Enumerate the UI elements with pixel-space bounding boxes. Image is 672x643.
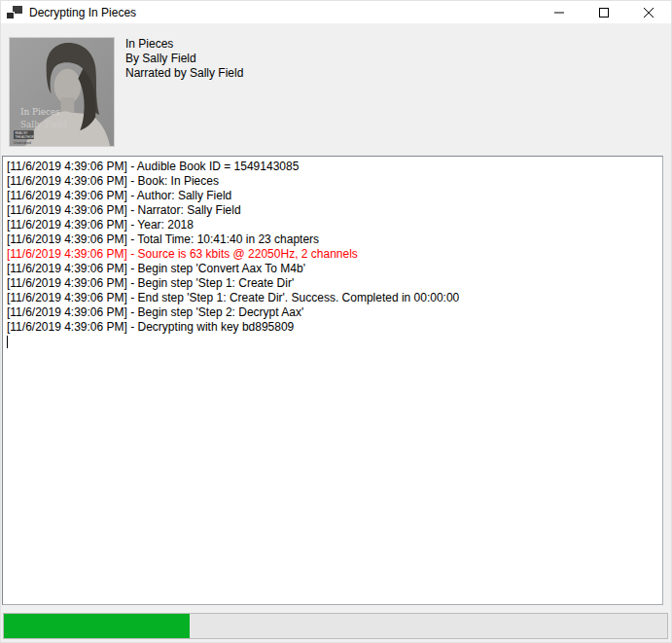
close-icon	[644, 8, 654, 18]
minimize-icon	[554, 8, 564, 18]
book-author: By Sally Field	[125, 52, 243, 66]
text-caret	[7, 336, 8, 348]
app-icon[interactable]	[7, 5, 22, 19]
log-line: [11/6/2019 4:39:06 PM] - Source is 63 kb…	[7, 247, 658, 262]
log-line: [11/6/2019 4:39:06 PM] - Audible Book ID…	[7, 160, 658, 174]
progress-bar	[3, 613, 668, 639]
progress-bar-fill	[4, 614, 190, 638]
window-controls	[537, 1, 671, 23]
book-cover-image: In Pieces Sally Field READ BY THE AUTHOR…	[9, 37, 115, 147]
book-cover-portrait: In Pieces Sally Field READ BY THE AUTHOR…	[10, 38, 114, 146]
book-narrator: Narrated by Sally Field	[125, 66, 243, 81]
log-line: [11/6/2019 4:39:06 PM] - Year: 2018	[7, 218, 658, 232]
log-line: [11/6/2019 4:39:06 PM] - End step 'Step …	[7, 291, 658, 305]
log-line: [11/6/2019 4:39:06 PM] - Total Time: 10:…	[7, 232, 658, 247]
minimize-button[interactable]	[537, 1, 582, 23]
book-info: In Pieces By Sally Field Narrated by Sal…	[125, 37, 243, 81]
log-line: [11/6/2019 4:39:06 PM] - Decrypting with…	[7, 320, 658, 335]
log-textbox[interactable]: [11/6/2019 4:39:06 PM] - Audible Book ID…	[2, 156, 663, 605]
cover-badge-line3: Unabridged	[14, 141, 31, 145]
cover-badge-line2: THE AUTHOR	[15, 135, 33, 139]
log-line: [11/6/2019 4:39:06 PM] - Begin step 'Ste…	[7, 276, 658, 291]
log-line: [11/6/2019 4:39:06 PM] - Author: Sally F…	[7, 189, 658, 203]
log-line: [11/6/2019 4:39:06 PM] - Book: In Pieces	[7, 174, 658, 189]
maximize-icon	[599, 8, 609, 18]
log-line: [11/6/2019 4:39:06 PM] - Narrator: Sally…	[7, 203, 658, 218]
cover-title-text: In Pieces	[20, 107, 60, 117]
app-window: Decrypting In Pieces	[0, 0, 672, 643]
window-title: Decrypting In Pieces	[29, 6, 136, 19]
close-button[interactable]	[626, 1, 671, 23]
title-bar[interactable]: Decrypting In Pieces	[1, 1, 671, 23]
maximize-button[interactable]	[582, 1, 626, 23]
book-title: In Pieces	[125, 37, 243, 52]
log-line: [11/6/2019 4:39:06 PM] - Begin step 'Ste…	[7, 305, 658, 320]
cover-author-text: Sally Field	[20, 120, 67, 129]
log-line: [11/6/2019 4:39:06 PM] - Begin step 'Con…	[7, 262, 658, 276]
